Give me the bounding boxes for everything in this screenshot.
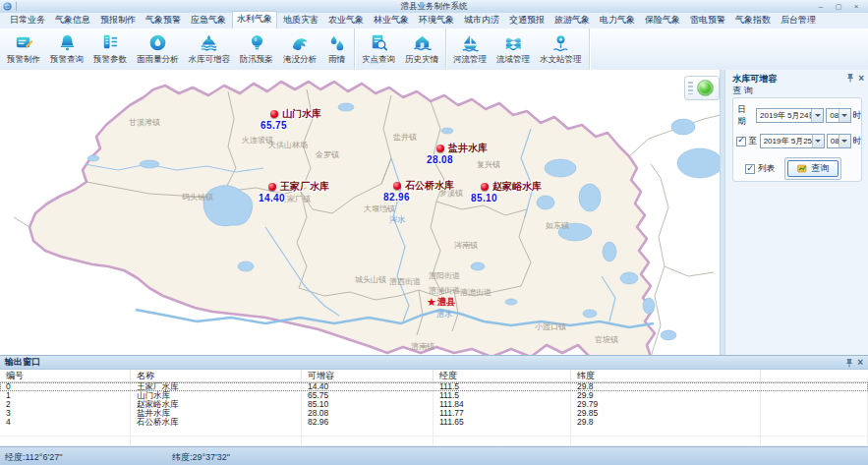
toolbar-item-history-disaster[interactable]: 历史灾情 xyxy=(400,29,443,70)
toolbar-item-alert-params[interactable]: 预警参数 xyxy=(88,29,132,70)
output-header: 输出窗口 × xyxy=(0,356,868,370)
town-label: 金罗镇 xyxy=(316,149,339,160)
hour-suffix-label: 时 xyxy=(853,110,862,122)
reservoir-dot-icon xyxy=(481,183,489,191)
to-checkbox[interactable] xyxy=(736,137,746,146)
town-label: 天供山林场 xyxy=(268,140,308,150)
table-cell: 29.9 xyxy=(571,391,761,400)
column-header[interactable]: 编号 xyxy=(0,370,131,381)
column-header[interactable]: 名称 xyxy=(131,370,302,381)
toolbar-item-basin-mgmt[interactable]: 流域管理 xyxy=(492,29,535,70)
menu-tab-15[interactable]: 雷电预警 xyxy=(686,12,729,29)
reservoir-name: 王家厂水库 xyxy=(280,180,329,194)
town-label: 官垸镇 xyxy=(595,334,618,345)
toolbar-item-disaster-search[interactable]: 灾点查询 xyxy=(357,29,400,70)
status-longitude: 经度:112°6'27" xyxy=(5,451,62,464)
reservoir-dot-icon xyxy=(270,110,278,118)
town-label: 如东镇 xyxy=(546,220,569,231)
close-button[interactable]: × xyxy=(850,2,862,12)
toolbar-item-river-mgmt[interactable]: 河流管理 xyxy=(448,29,492,70)
query-panel: 水库可增容 × 查 询 日期 2019年 5月24日 08 时 至 2019 xyxy=(724,70,868,355)
pin-icon[interactable] xyxy=(845,358,853,368)
toolbar-item-label: 预警制作 xyxy=(7,54,40,66)
maximize-button[interactable]: ▢ xyxy=(833,2,844,12)
table-row[interactable]: 3盐井水库28.08111.7729.85 xyxy=(0,409,868,418)
toolbar-item-rain-analysis[interactable]: 面雨量分析 xyxy=(132,29,184,70)
county-label: ★澧县 xyxy=(427,296,455,309)
menu-tab-4[interactable]: 应急气象 xyxy=(187,12,230,29)
town-label: 澧西街道 xyxy=(389,276,421,287)
panel-close-icon[interactable]: × xyxy=(858,74,864,83)
toolbar-item-alert-bell[interactable]: 预警查询 xyxy=(45,29,88,70)
alert-params-icon xyxy=(100,31,121,53)
table-cell: 111.65 xyxy=(434,418,571,427)
reservoir-value: 65.75 xyxy=(260,120,287,131)
menu-tab-17[interactable]: 后台管理 xyxy=(777,12,820,29)
query-chart-icon xyxy=(797,163,808,174)
table-cell: 111.5 xyxy=(434,391,571,400)
pin-icon[interactable] xyxy=(846,73,854,83)
hour-to-select[interactable]: 08 xyxy=(827,134,851,148)
menu-tab-9[interactable]: 环境气象 xyxy=(415,12,458,29)
table-cell: 0 xyxy=(0,382,131,391)
menu-tabs: 日常业务气象信息预报制作气象预警应急气象水利气象地质灾害农业气象林业气象环境气象… xyxy=(0,13,868,29)
reservoir-name: 盐井水库 xyxy=(448,142,488,155)
menu-tab-5[interactable]: 水利气象 xyxy=(232,11,277,29)
menu-tab-7[interactable]: 农业气象 xyxy=(324,12,368,29)
hour-from-select[interactable]: 08 xyxy=(826,108,850,123)
table-row[interactable]: 1山门水库65.75111.529.9 xyxy=(0,391,868,400)
toolbar-item-alert-compose[interactable]: 预警制作 xyxy=(2,29,45,70)
query-button[interactable]: 查询 xyxy=(787,160,839,177)
toolbar-item-rain[interactable]: 雨情 xyxy=(321,29,352,70)
date-label: 日期 xyxy=(737,104,753,128)
column-header[interactable]: 纬度 xyxy=(571,370,761,381)
query-groupbox: 日期 2019年 5月24日 08 时 至 2019年 5月25日 08 时 列… xyxy=(732,97,862,182)
date-to-select[interactable]: 2019年 5月25日 xyxy=(760,134,825,148)
table-cell: 29.79 xyxy=(571,400,761,409)
menu-tab-6[interactable]: 地质灾害 xyxy=(279,12,322,29)
drag-grip-icon[interactable] xyxy=(688,82,693,94)
table-cell: 盐井水库 xyxy=(131,409,302,418)
menu-tab-12[interactable]: 旅游气象 xyxy=(550,12,594,29)
table-row[interactable]: 2赵家峪水库85.10111.8429.79 xyxy=(0,400,868,409)
toolbar-item-label: 面雨量分析 xyxy=(137,54,179,66)
toolbar-item-reservoir-capacity[interactable]: 水库可增容 xyxy=(184,29,236,70)
toolbar-item-hydro-station[interactable]: 水文站管理 xyxy=(535,29,587,70)
toolbar-groups: 预警制作预警查询预警参数面雨量分析水库可增容防汛预案淹没分析雨情灾点查询历史灾情… xyxy=(0,29,868,71)
locate-button[interactable] xyxy=(697,80,714,96)
toolbar-item-flood-plan[interactable]: 防汛预案 xyxy=(235,29,278,70)
menu-tab-13[interactable]: 电力气象 xyxy=(596,12,639,29)
column-header[interactable]: 经度 xyxy=(434,370,571,381)
town-label: 涔南镇 xyxy=(454,240,478,251)
output-close-icon[interactable]: × xyxy=(857,358,863,367)
chevron-down-icon xyxy=(811,109,823,122)
toolbar-item-label: 水文站管理 xyxy=(540,54,582,66)
menu-tab-2[interactable]: 预报制作 xyxy=(96,12,140,29)
column-header[interactable]: 可增容 xyxy=(302,370,434,381)
table-row[interactable]: 4石公桥水库82.96111.6529.8 xyxy=(0,418,868,427)
toolbar-item-label: 历史灾情 xyxy=(405,54,438,66)
menu-tab-1[interactable]: 气象信息 xyxy=(51,12,94,29)
map-canvas[interactable]: 甘溪滩镇火连坡镇天供山林场金罗镇盐井镇复兴镇码头铺镇王家厂镇大堰垱镇梦溪镇如东镇… xyxy=(0,70,720,355)
toolbar-item-inundation[interactable]: 淹没分析 xyxy=(278,29,321,70)
menu-tab-3[interactable]: 气象预警 xyxy=(142,12,185,29)
menu-tab-10[interactable]: 城市内涝 xyxy=(460,12,503,29)
empty-row xyxy=(0,427,868,436)
table-row[interactable]: 0王家厂水库14.40111.529.8 xyxy=(0,382,868,391)
menu-tab-14[interactable]: 保险气象 xyxy=(641,12,684,29)
table-cell: 王家厂水库 xyxy=(131,382,302,391)
menu-tab-16[interactable]: 气象指数 xyxy=(731,12,775,29)
map-button-panel xyxy=(684,76,720,100)
menu-tab-8[interactable]: 林业气象 xyxy=(370,12,413,29)
menu-tab-11[interactable]: 交通预报 xyxy=(505,12,549,29)
table-cell: 山门水库 xyxy=(131,391,302,400)
list-checkbox[interactable] xyxy=(745,164,755,174)
river-label: 涔水 xyxy=(389,214,405,225)
minimize-button[interactable]: – xyxy=(815,2,827,12)
date-from-select[interactable]: 2019年 5月24日 xyxy=(756,108,824,123)
reservoir-value: 28.08 xyxy=(427,154,453,165)
table-cell: 石公桥水库 xyxy=(131,418,302,427)
table-cell: 29.8 xyxy=(571,382,761,391)
toolbar-item-label: 预警查询 xyxy=(50,54,84,66)
menu-tab-0[interactable]: 日常业务 xyxy=(6,12,49,29)
